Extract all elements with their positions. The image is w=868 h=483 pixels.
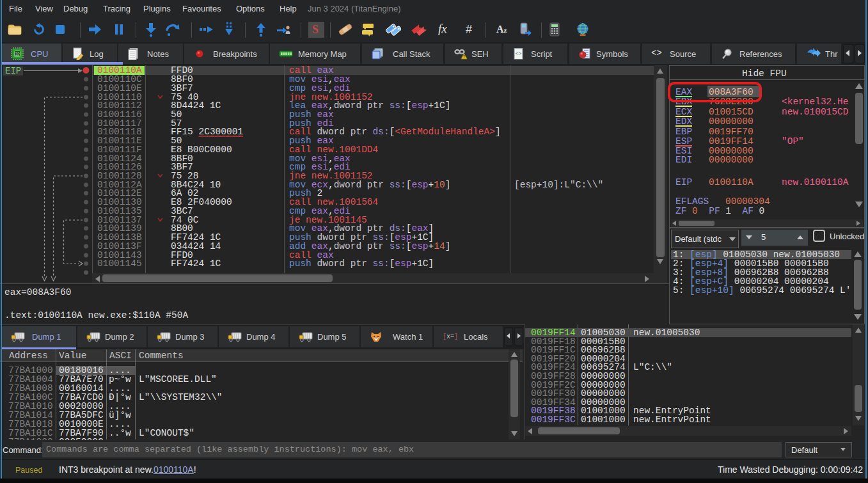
svg-text:EIP: EIP [5, 66, 21, 76]
svg-text:!: ! [463, 54, 464, 59]
svg-text:32: 32 [15, 52, 20, 56]
svg-text:<>: <> [516, 51, 522, 56]
